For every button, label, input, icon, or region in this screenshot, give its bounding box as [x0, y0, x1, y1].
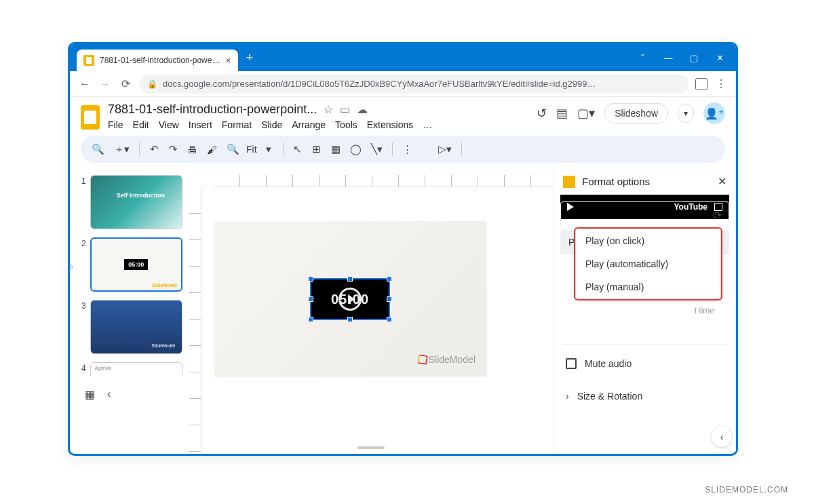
window-controls: ˅ — ▢ ✕ [636, 53, 736, 63]
grid-view-icon[interactable]: ▦ [85, 388, 95, 401]
nav-forward-icon[interactable]: → [98, 78, 112, 90]
resize-handle[interactable] [347, 276, 353, 282]
slide-thumbnail-1[interactable]: Self Introduction [90, 175, 182, 229]
browser-tab[interactable]: 7881-01-self-introduction-powe… × [77, 50, 238, 71]
resize-handle[interactable] [308, 276, 313, 282]
new-tab-button[interactable]: + [246, 51, 254, 65]
slide-canvas[interactable]: 05:00 SlideModel [215, 221, 486, 376]
url-input[interactable]: 🔒 docs.google.com/presentation/d/1D9CiL0… [139, 75, 689, 94]
time-hint-text: t time [544, 306, 714, 315]
zoom-level[interactable]: Fit [246, 144, 257, 155]
window-close-icon[interactable]: ✕ [713, 53, 726, 63]
menu-bar: File Edit View Insert Format Slide Arran… [108, 119, 528, 130]
filmstrip-prev-icon[interactable]: ‹ [107, 388, 111, 401]
comments-icon[interactable]: ▤ [556, 106, 568, 121]
zoom-tool-icon[interactable]: 🔍 [224, 140, 242, 158]
horizontal-ruler [214, 175, 553, 187]
select-tool-icon[interactable]: ↖ [290, 140, 305, 158]
menu-overflow[interactable]: … [423, 119, 432, 130]
cloud-saved-icon: ☁ [357, 103, 368, 116]
resize-handle[interactable] [387, 296, 392, 302]
window-maximize-icon[interactable]: ▢ [687, 53, 701, 63]
canvas-area: 05:00 SlideModel [189, 168, 553, 452]
tab-title: 7881-01-self-introduction-powe… [100, 56, 220, 65]
play-option-automatically[interactable]: Play (automatically) [576, 252, 720, 275]
browser-menu-icon[interactable]: ⋮ [714, 77, 728, 90]
zoom-dropdown-icon[interactable]: ▾ [261, 140, 276, 158]
mute-audio-row[interactable]: Mute audio [554, 353, 736, 374]
thumb-number: 4 [77, 362, 86, 376]
resize-handle[interactable] [308, 317, 313, 322]
document-title[interactable]: 7881-01-self-introduction-powerpoint... [108, 102, 317, 117]
slideshow-dropdown[interactable]: ▾ [678, 104, 694, 123]
star-icon[interactable]: ☆ [324, 103, 333, 116]
thumb-number: 3 [77, 300, 86, 354]
new-slide-icon[interactable]: ＋▾ [111, 140, 132, 159]
close-icon[interactable]: ✕ [718, 175, 726, 188]
divider [563, 344, 726, 345]
paint-format-icon[interactable]: 🖌 [204, 141, 220, 158]
tab-close-icon[interactable]: × [225, 55, 231, 66]
undo-icon[interactable]: ↶ [147, 140, 161, 158]
mute-audio-checkbox[interactable] [566, 358, 577, 369]
image-icon[interactable]: ▦ [328, 140, 343, 158]
window-minimize-icon[interactable]: — [661, 53, 675, 63]
menu-extensions[interactable]: Extensions [367, 119, 413, 130]
slides-favicon [83, 55, 94, 66]
play-mode-menu: Play (on click) Play (automatically) Pla… [575, 229, 721, 299]
move-folder-icon[interactable]: ▭ [340, 103, 350, 116]
resize-handle[interactable] [387, 276, 392, 282]
menu-insert[interactable]: Insert [189, 119, 212, 130]
video-object[interactable]: 05:00 [310, 278, 390, 320]
thumb-number: 1 [77, 175, 86, 229]
menu-format[interactable]: Format [222, 119, 252, 130]
play-overlay-icon [338, 288, 362, 311]
textbox-icon[interactable]: ⊞ [309, 140, 324, 158]
collapse-panel-button[interactable]: ‹ [712, 427, 732, 447]
slides-logo[interactable] [81, 105, 100, 130]
speaker-notes-handle[interactable] [357, 446, 385, 449]
menu-view[interactable]: View [159, 119, 179, 130]
nav-reload-icon[interactable]: ⟳ [119, 77, 132, 90]
address-bar: ← → ⟳ 🔒 docs.google.com/presentation/d/1… [70, 71, 736, 97]
share-button[interactable]: 👤⁺ [703, 102, 725, 124]
slidemodel-logo-icon [417, 354, 428, 365]
menu-tools[interactable]: Tools [335, 119, 357, 130]
menu-slide[interactable]: Slide [261, 119, 282, 130]
slideshow-button[interactable]: Slideshow [604, 103, 668, 123]
toolbar: 🔍 ＋▾ ↶ ↷ 🖶 🖌 🔍 Fit ▾ ↖ ⊞ ▦ ◯ ╲▾ ⋮ ▷▾ [81, 136, 725, 163]
resize-handle[interactable] [308, 296, 313, 302]
search-menus-icon[interactable]: 🔍 [89, 140, 107, 158]
window-titlebar: 7881-01-self-introduction-powe… × + ˅ — … [70, 44, 736, 71]
menu-arrange[interactable]: Arrange [292, 119, 326, 130]
slide-thumbnail-2[interactable]: 05:00 SlideModel [90, 237, 182, 292]
meet-camera-icon[interactable]: ▢▾ [577, 106, 595, 121]
watermark: SlideModel [418, 354, 476, 365]
slide-thumbnail-4[interactable]: Agenda [90, 362, 182, 376]
time-input-row[interactable]: ⟳ [560, 201, 729, 229]
menu-file[interactable]: File [108, 119, 123, 130]
shape-icon[interactable]: ◯ [347, 140, 364, 158]
motion-icon[interactable]: ▷▾ [435, 140, 454, 158]
history-icon[interactable]: ↺ [537, 106, 547, 121]
nav-back-icon[interactable]: ← [78, 78, 92, 90]
redo-icon[interactable]: ↷ [166, 140, 180, 158]
slide-thumbnail-3[interactable]: SlideModel [90, 300, 182, 354]
window-dropdown-icon[interactable]: ˅ [636, 53, 649, 63]
resize-handle[interactable] [387, 317, 392, 322]
resize-handle[interactable] [347, 317, 353, 322]
refresh-icon[interactable]: ⟳ [713, 209, 722, 222]
line-icon[interactable]: ╲▾ [368, 140, 385, 158]
play-option-on-click[interactable]: Play (on click) [576, 229, 720, 252]
lock-icon: 🔒 [147, 79, 157, 89]
extensions-icon[interactable] [695, 78, 708, 90]
play-option-manual[interactable]: Play (manual) [576, 275, 720, 298]
print-icon[interactable]: 🖶 [185, 141, 200, 158]
format-options-icon [563, 176, 575, 188]
more-tools-icon[interactable]: ⋮ [400, 140, 415, 158]
browser-window: 7881-01-self-introduction-powe… × + ˅ — … [68, 42, 738, 456]
menu-edit[interactable]: Edit [133, 119, 149, 130]
thumb-number: 2 [77, 237, 86, 292]
size-rotation-section[interactable]: › Size & Rotation [554, 381, 736, 411]
main-area: 1 Self Introduction 2 ◎ 05:00 SlideModel… [70, 168, 736, 452]
